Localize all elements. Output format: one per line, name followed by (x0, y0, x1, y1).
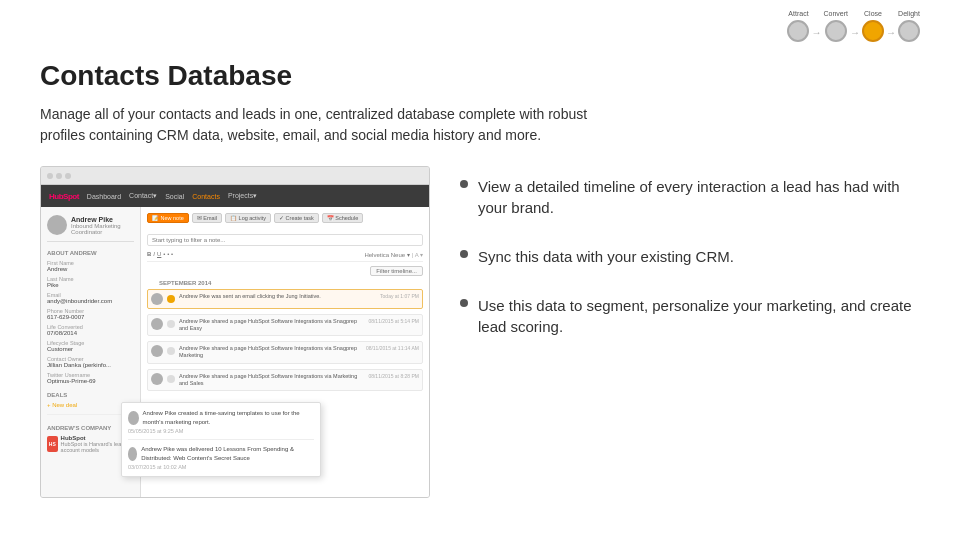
floating-time-1: 05/05/2015 at 9:25 AM (128, 428, 314, 434)
timeline-entry-2: Andrew Pike shared a page HubSpot Softwa… (147, 314, 423, 336)
filter-timeline-btn[interactable]: Filter timeline... (370, 266, 423, 276)
bullet-text-2: Sync this data with your existing CRM. (478, 246, 734, 267)
mockup-dot-1 (47, 173, 53, 179)
field-email: Email andy@inboundrider.com (47, 292, 134, 304)
pipeline-step-attract: Attract (787, 10, 809, 42)
format-more[interactable]: • • • (163, 251, 173, 258)
entry-text-2: Andrew Pike shared a page HubSpot Softwa… (179, 318, 364, 332)
pipeline-circle-convert (825, 20, 847, 42)
screenshot-mockup: HubSpot Dashboard Contact▾ Social Contac… (40, 166, 430, 498)
entry-text-3: Andrew Pike shared a page HubSpot Softwa… (179, 345, 362, 359)
pipeline-step-label-4: Delight (898, 10, 920, 17)
mockup-dot-2 (56, 173, 62, 179)
pipeline-step-delight: Delight (898, 10, 920, 42)
search-input[interactable] (147, 234, 423, 246)
schedule-btn[interactable]: 📅 Schedule (322, 213, 363, 223)
entry-text-1: Andrew Pike was sent an email clicking t… (179, 293, 321, 300)
timeline-entry-4: Andrew Pike shared a page HubSpot Softwa… (147, 369, 423, 391)
entry-time-4: 08/11/2015 at 8:28 PM (368, 373, 419, 379)
pipeline-circle-close (862, 20, 884, 42)
profile-name: Andrew Pike (71, 216, 134, 223)
mockup-nav: HubSpot Dashboard Contact▾ Social Contac… (41, 185, 429, 207)
mockup-dot-3 (65, 173, 71, 179)
bullet-text-3: Use this data to segment, personalize yo… (478, 295, 920, 337)
format-separator: | A ▾ (412, 251, 423, 258)
pipeline-step-convert: Convert (823, 10, 848, 42)
create-task-btn[interactable]: ✓ Create task (274, 213, 319, 223)
hubspot-logo: HubSpot (49, 192, 79, 201)
pipeline-step-label-2: Convert (823, 10, 848, 17)
entry-text-4: Andrew Pike shared a page HubSpot Softwa… (179, 373, 364, 387)
timeline-dot-4 (167, 375, 175, 383)
new-note-btn[interactable]: 📝 New note (147, 213, 189, 223)
profile-sub: Inbound Marketing Coordinator (71, 223, 134, 235)
sidebar-profile: Andrew Pike Inbound Marketing Coordinato… (47, 215, 134, 242)
format-toolbar: B I U • • • Helvetica Neue ▾ | A ▾ (147, 251, 423, 262)
bullet-dot-1 (460, 180, 468, 188)
email-btn[interactable]: ✉ Email (192, 213, 222, 223)
pipeline-step-label-3: Close (864, 10, 882, 17)
bullet-item-3: Use this data to segment, personalize yo… (460, 295, 920, 337)
entry-avatar-2 (151, 318, 163, 330)
entry-avatar-4 (151, 373, 163, 385)
field-lifeconverted: Life Converted 07/08/2014 (47, 324, 134, 336)
main-container: Attract → Convert → Close → Delight Cont… (0, 0, 960, 540)
field-phone: Phone Number 617-629-0007 (47, 308, 134, 320)
bullet-item-1: View a detailed timeline of every intera… (460, 176, 920, 218)
page-title: Contacts Database (40, 60, 920, 92)
nav-projects: Projects▾ (228, 192, 257, 200)
nav-social: Social (165, 193, 184, 200)
floating-card-entry-2: Andrew Pike was delivered 10 Lessons Fro… (128, 445, 314, 470)
floating-card: Andrew Pike created a time-saving templa… (121, 402, 321, 477)
floating-text-1: Andrew Pike created a time-saving templa… (143, 409, 314, 426)
entry-time-1: Today at 1:07 PM (380, 293, 419, 299)
profile-avatar (47, 215, 67, 235)
timeline-dot-2 (167, 320, 175, 328)
floating-avatar-2 (128, 447, 137, 461)
field-lastname: Last Name Pike (47, 276, 134, 288)
search-bar-area (147, 228, 423, 246)
pipeline-diagram: Attract → Convert → Close → Delight (787, 10, 920, 42)
timeline-entry-3: Andrew Pike shared a page HubSpot Softwa… (147, 341, 423, 363)
field-firstname: First Name Andrew (47, 260, 134, 272)
log-activity-btn[interactable]: 📋 Log activity (225, 213, 271, 223)
bullets-area: View a detailed timeline of every intera… (460, 166, 920, 365)
helvetica-neue-label: Helvetica Neue ▾ (364, 251, 409, 258)
entry-time-2: 08/11/2015 at 5:14 PM (368, 318, 419, 324)
format-italic[interactable]: I (153, 251, 155, 258)
bullet-item-2: Sync this data with your existing CRM. (460, 246, 920, 267)
format-bold[interactable]: B (147, 251, 151, 258)
pipeline-arrow-3: → (886, 27, 896, 38)
sidebar-deals-title: DEALS (47, 392, 134, 398)
bullet-text-1: View a detailed timeline of every intera… (478, 176, 920, 218)
entry-avatar-1 (151, 293, 163, 305)
field-owner: Contact Owner Jillian Danka (perkinfo... (47, 356, 134, 368)
nav-contact: Contact▾ (129, 192, 157, 200)
entry-avatar-3 (151, 345, 163, 357)
pipeline-step-close: Close (862, 10, 884, 42)
pipeline-circle-attract (787, 20, 809, 42)
field-lifecycle: Lifecycle Stage Customer (47, 340, 134, 352)
timeline-entry-1: Andrew Pike was sent an email clicking t… (147, 289, 423, 309)
floating-card-entry-1: Andrew Pike created a time-saving templa… (128, 409, 314, 440)
pipeline-circle-delight (898, 20, 920, 42)
bullet-dot-2 (460, 250, 468, 258)
nav-dashboard: Dashboard (87, 193, 121, 200)
page-subtitle: Manage all of your contacts and leads in… (40, 104, 600, 146)
main-toolbar: 📝 New note ✉ Email 📋 Log activity ✓ Crea… (147, 213, 423, 223)
timeline-dot-3 (167, 347, 175, 355)
format-underline[interactable]: U (157, 251, 161, 258)
pipeline-arrow-1: → (811, 27, 821, 38)
timeline-filter: Filter timeline... (147, 266, 423, 276)
content-area: HubSpot Dashboard Contact▾ Social Contac… (40, 166, 920, 498)
nav-contacts: Contacts (192, 193, 220, 200)
floating-avatar-1 (128, 411, 139, 425)
pipeline-step-label: Attract (788, 10, 808, 17)
company-logo: HS (47, 436, 58, 452)
sidebar-about-title: ABOUT ANDREW (47, 250, 134, 256)
floating-text-2: Andrew Pike was delivered 10 Lessons Fro… (141, 445, 314, 462)
floating-time-2: 03/07/2015 at 10:02 AM (128, 464, 314, 470)
entry-time-3: 08/11/2015 at 11:14 AM (366, 345, 419, 351)
bullet-dot-3 (460, 299, 468, 307)
mockup-topbar (41, 167, 429, 185)
